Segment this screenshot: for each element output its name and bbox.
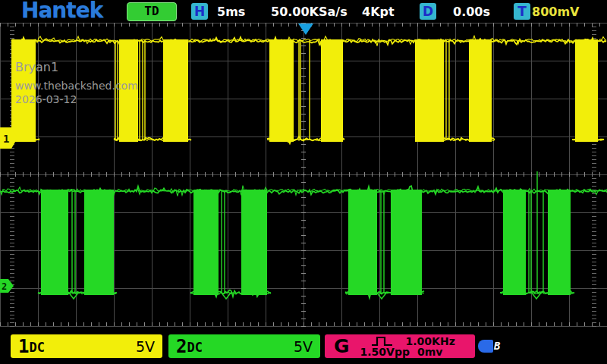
- generator-offset: 0mv: [417, 347, 442, 357]
- memory-depth-value: 4Kpt: [362, 5, 395, 19]
- ch2-settings-badge[interactable]: 2 DC 5V: [168, 334, 320, 358]
- square-wave-icon: [371, 336, 394, 346]
- generator-amplitude: 1.50Vpp: [360, 347, 410, 357]
- svg-text:1: 1: [3, 133, 9, 145]
- ch1-scale: 5V: [136, 338, 155, 355]
- timebase-value[interactable]: 5ms: [217, 5, 245, 19]
- ch1-number: 1: [18, 336, 29, 357]
- ch2-coupling: DC: [187, 340, 202, 355]
- brand-logo: Hantek: [21, 0, 102, 23]
- bottom-status-bar: 1 DC 5V 2 DC 5V G 1.00KHz 1.50Vpp 0mv: [0, 328, 607, 364]
- waveform-display: [0, 0, 607, 364]
- watermark-username: Bryan1: [15, 61, 138, 74]
- ch2-number: 2: [176, 336, 187, 357]
- ch1-coupling: DC: [29, 340, 44, 355]
- usb-device-icon: [478, 340, 493, 353]
- ch1-position-marker[interactable]: 1: [0, 127, 18, 149]
- trigger-position-marker[interactable]: [297, 24, 314, 36]
- trigger-level-value[interactable]: 800mV: [532, 5, 579, 19]
- ch2-scale: 5V: [294, 338, 313, 355]
- ch1-settings-badge[interactable]: 1 DC 5V: [11, 334, 162, 358]
- generator-frequency: 1.00KHz: [406, 336, 455, 347]
- horizontal-menu-icon[interactable]: H: [191, 3, 208, 20]
- svg-text:2: 2: [2, 281, 7, 292]
- generator-label: G: [334, 335, 350, 357]
- horizontal-offset-value[interactable]: 0.00s: [453, 5, 490, 19]
- watermark-overlay: Bryan1 www.thebackshed.com 2026-03-12: [15, 61, 138, 105]
- trigger-status-button[interactable]: TD: [127, 2, 177, 21]
- delay-menu-icon[interactable]: D: [420, 3, 436, 20]
- top-status-bar: Hantek TD H 5ms 50.00KSa/s 4Kpt D 0.00s …: [0, 0, 607, 23]
- trigger-menu-icon[interactable]: T: [514, 3, 530, 20]
- watermark-url: www.thebackshed.com: [15, 80, 138, 92]
- generator-settings-badge[interactable]: G 1.00KHz 1.50Vpp 0mv: [325, 334, 475, 358]
- sample-rate-value: 50.00KSa/s: [271, 5, 348, 19]
- oscilloscope-screen: Hantek TD H 5ms 50.00KSa/s 4Kpt D 0.00s …: [0, 0, 607, 364]
- ch2-position-marker[interactable]: 2: [0, 278, 15, 293]
- watermark-date: 2026-03-12: [15, 94, 138, 105]
- usb-device-letter: B: [494, 340, 500, 352]
